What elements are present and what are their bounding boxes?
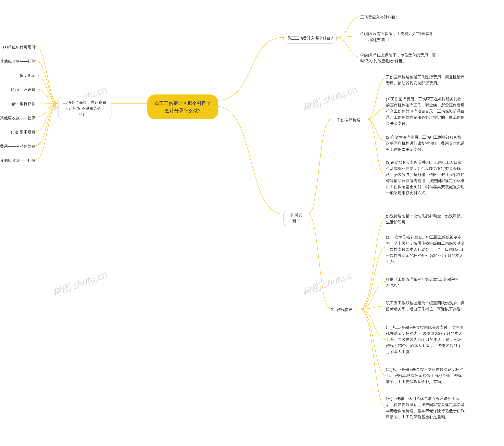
right-branch1-leaf: (1)如果没有上保险，工伤费计入"管理费用——福利费"科目。 [360,31,439,43]
right-branch1-leaf: (2)如果单位上保险了，单位垫付的费用，暂时记入"其他应收款"科目。 [360,52,439,64]
left-leaf: 借：管理费用——劳动保险费 [0,143,36,149]
root-node[interactable]: 员工工伤费计入哪个科目？会计分录怎么做? [147,94,218,119]
sub2-leaf: (1)一次性伤残补助金。职工因工致残被鉴定为一至十级的，按照伤残等级由工伤保险基… [386,234,465,265]
sub1-leaf: (1)工伤医疗费用。工伤职工在签订服务协议的医疗机构治疗工伤、职业病，所需医疗费… [386,96,465,126]
sub2-leaf: (二)从工伤保险基金按月支付伤残津贴，标准为:。伤残津贴实际金额低于当地最低工资… [386,366,465,385]
left-leaf: (2)收回理赔费 [0,87,36,93]
sub2-leaf: 伤残待遇包括一次性伤残补助金、伤残津贴、生活护理费。 [386,213,465,225]
sub2-leaf: (三)工伤职工达到退休年龄并办理退休手续后，停发伤残津贴，按照国家有关规定享受基… [386,396,465,420]
right-branch1-leaf: 工伤费应入会计科目: [360,14,439,20]
left-leaf: 贷：其他应收款——社保 [0,115,36,121]
sub2-leaf: 根据《工伤管理条例》第五章"工伤保险待遇"规定： [386,276,465,288]
left-leaf: 贷：现金 [0,72,36,79]
left-leaf: (1)单位垫付费用时 [0,44,36,50]
left-leaf: (3)如果不退费 [0,129,36,135]
right-branch-1[interactable]: 员工工伤费计入哪个科目? [284,33,337,43]
left-leaf: 借：银行存款 [0,101,36,107]
left-branch[interactable]: 工伤买了保险，理赔退费会计分录;不退费入会计科目： [58,97,111,120]
left-leaf: 借：其他应收款——社保 [0,58,36,64]
right-branch-2[interactable]: 扩展资料： [284,210,309,226]
left-leaf: 贷：其他应收款——社保 [0,158,36,163]
sub1-label[interactable]: 1、工伤医疗待遇 [331,117,360,123]
sub1-leaf: 工伤医疗待遇包括工伤医疗费用、康复性治疗费用、辅助器具安装配置费用。 [386,74,465,86]
sub2-leaf: (一)从工伤保险基金按伤残等级支付一次性伤残补助金，标准为:一级伤残为27个月的… [386,324,465,355]
sub1-leaf: (3)辅助器具安装配置费用。工伤职工因日常生活或就业需要，经劳动能力鉴定委员会确… [386,160,465,196]
sub1-leaf: (2)康复性治疗费用。工伤职工到签订服务协议的医疗机构进行康复性治疗，费用支付也… [386,134,465,153]
sub2-leaf: 职工因工致残被鉴定为一级至四级伤残的，保留劳动关系，退出工作岗位，享受以下待遇: [386,300,465,312]
sub2-label[interactable]: 2、伤残待遇 [331,307,353,313]
